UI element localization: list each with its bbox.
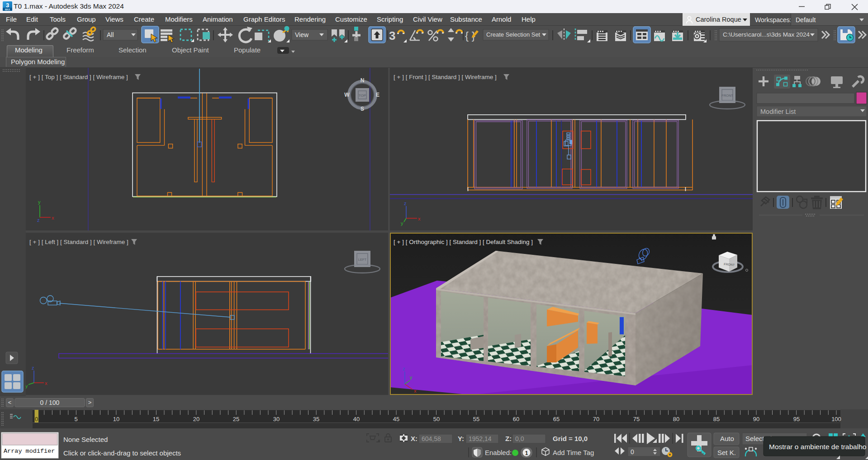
svg-text:60: 60	[513, 416, 519, 422]
svg-text:Grid = 10,0: Grid = 10,0	[553, 435, 588, 442]
svg-text:70: 70	[593, 416, 599, 422]
svg-text:90: 90	[753, 416, 759, 422]
svg-text:[ + ] [ Left ] [ Standard ] [: [ + ] [ Left ] [ Standard ] [ Wireframe …	[29, 239, 128, 245]
svg-text:MAX: MAX	[5, 8, 10, 11]
svg-text:x: x	[414, 388, 417, 394]
svg-text:0: 0	[631, 448, 634, 455]
svg-text:All: All	[107, 31, 114, 38]
svg-text:1952,14: 1952,14	[469, 435, 492, 442]
svg-text:LEFT: LEFT	[358, 258, 367, 262]
svg-text:Add Time Tag: Add Time Tag	[553, 449, 594, 456]
svg-text:1: 1	[525, 450, 528, 456]
svg-text:45: 45	[393, 416, 399, 422]
svg-text:0,0: 0,0	[515, 435, 524, 442]
svg-text:5: 5	[74, 416, 77, 422]
svg-text:40: 40	[353, 416, 360, 422]
svg-text:15: 15	[153, 416, 159, 422]
svg-text:Mostrar o ambiente de trabalho: Mostrar o ambiente de trabalho	[769, 443, 866, 451]
svg-text:View: View	[295, 31, 309, 38]
svg-text:C:\Users\carol...s\3ds Max 202: C:\Users\carol...s\3ds Max 2024	[723, 31, 810, 38]
svg-text:25: 25	[233, 416, 239, 422]
svg-text:Array modifier: Array modifier	[4, 448, 55, 455]
svg-text:W: W	[344, 92, 350, 98]
svg-text:35: 35	[313, 416, 319, 422]
svg-text:75: 75	[633, 416, 640, 422]
svg-text:Click or click-and-drag to sel: Click or click-and-drag to select object…	[63, 449, 181, 457]
svg-text:Z:: Z:	[505, 435, 512, 442]
svg-text:95: 95	[793, 416, 800, 422]
svg-text:604,58: 604,58	[422, 435, 441, 442]
svg-text:Enabled:: Enabled:	[485, 449, 512, 456]
svg-text:E: E	[376, 92, 379, 98]
svg-text:100: 100	[831, 416, 841, 422]
svg-text:Y:: Y:	[458, 435, 464, 442]
svg-text:80: 80	[673, 416, 679, 422]
svg-text:30: 30	[273, 416, 280, 422]
svg-text:[ + ] [ Orthographic ] [ Stand: [ + ] [ Orthographic ] [ Standard ] [ De…	[394, 239, 533, 245]
svg-text:y: y	[410, 375, 413, 380]
svg-text:50: 50	[433, 416, 440, 422]
svg-text:N: N	[360, 77, 365, 84]
svg-text:Modifier List: Modifier List	[760, 108, 796, 115]
svg-text:None Selected: None Selected	[63, 436, 108, 443]
svg-text:20: 20	[193, 416, 199, 422]
svg-text:Create Selection Set: Create Selection Set	[486, 31, 541, 38]
svg-text:10: 10	[113, 416, 119, 422]
svg-text:[ + ] [ Top ] [ Standard ] [ W: [ + ] [ Top ] [ Standard ] [ Wireframe ]	[29, 74, 128, 80]
svg-text:[ + ] [ Front ] [ Standard ] [: [ + ] [ Front ] [ Standard ] [ Wireframe…	[394, 74, 497, 80]
svg-text:S: S	[360, 106, 364, 112]
svg-text:TOP: TOP	[359, 94, 366, 98]
svg-text:y: y	[401, 221, 403, 226]
svg-text:Auto: Auto	[720, 435, 734, 442]
svg-text:x: x	[418, 216, 421, 221]
svg-text:65: 65	[553, 416, 560, 422]
svg-text:y: y	[38, 199, 41, 205]
svg-text:Set K.: Set K.	[717, 449, 736, 456]
svg-text:3: 3	[6, 2, 9, 9]
svg-text:X:: X:	[411, 435, 417, 442]
svg-text:55: 55	[473, 416, 479, 422]
svg-text:FRONT: FRONT	[721, 94, 733, 98]
svg-text:3: 3	[389, 29, 395, 42]
svg-text:z: z	[37, 217, 40, 223]
svg-text:85: 85	[713, 416, 720, 422]
svg-text:z: z	[403, 366, 405, 371]
svg-text:z: z	[32, 365, 34, 371]
svg-text:x: x	[45, 380, 47, 386]
svg-text:z: z	[404, 201, 407, 206]
svg-text:0: 0	[35, 416, 38, 422]
svg-text:x: x	[52, 215, 54, 221]
